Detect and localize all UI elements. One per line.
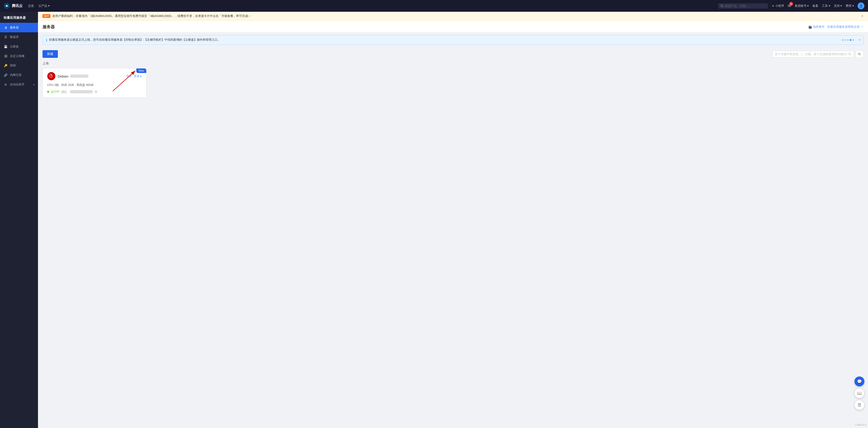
keypair-icon: 🔑	[4, 64, 8, 68]
top-nav-actions: ✦ 小程序 ✉ 1 集团账号 ▾ 备案 工具 ▾ 支持 ▾ 费用 ▾ 👤	[772, 2, 865, 9]
version-label: CVM v3.9	[855, 424, 866, 426]
region-label: 上海	[38, 61, 868, 68]
float-buttons: 💬 📖 ☰	[855, 376, 864, 410]
tools-btn[interactable]: 工具 ▾	[822, 4, 830, 8]
server-cards: New	[38, 68, 868, 102]
card-specs: CPU 2核 · 内存 2GB · 系统盘 40GB	[47, 83, 142, 87]
info-icon: ℹ	[46, 38, 47, 42]
dot-1	[842, 39, 843, 41]
page-header-actions: 🎬 场景教学 轻量应用服务器帮助文档 ↗	[808, 25, 864, 29]
mini-program-btn[interactable]: ✦ 小程序	[772, 4, 784, 8]
server-name-blurred	[70, 74, 88, 78]
support-btn[interactable]: 支持 ▾	[834, 4, 842, 8]
hot-tag: HOT	[42, 14, 51, 18]
page-header: 服务器 🎬 场景教学 轻量应用服务器帮助文档 ↗	[38, 21, 868, 33]
chat-float-btn[interactable]: 💬	[855, 376, 864, 387]
sidebar-title: 轻量应用服务器	[0, 12, 38, 23]
intranet-icon: 🔗	[4, 73, 8, 77]
login-link[interactable]: 登录	[126, 74, 132, 78]
sidebar-label-server: 服务器	[10, 26, 19, 30]
top-navigation: 腾讯云 总览 云产品 ▾ ✦ 小程序 ✉ 1 集团账号 ▾ 备案 工具 ▾ 支	[0, 0, 868, 12]
chevron-down-icon: ▾	[33, 84, 34, 86]
server-os-name: Debian	[58, 74, 68, 78]
info-bar-close[interactable]: ×	[859, 38, 861, 42]
dot-4	[850, 39, 851, 41]
sidebar-item-cloud-disk[interactable]: 💾 云硬盘	[0, 42, 38, 51]
ip-blurred	[70, 90, 93, 93]
toolbar: 新建 ↻	[38, 47, 868, 61]
search-input[interactable]	[775, 53, 847, 56]
hot-banner-close[interactable]: ×	[861, 14, 864, 18]
card-body: Debian 登录 更多 ▾ CPU 2核 · 内存 2GB · 系统盘 40G…	[43, 68, 146, 97]
ip-label: (公)	[61, 90, 66, 94]
card-header: Debian 登录 更多 ▾	[47, 72, 142, 80]
group-account-btn[interactable]: 集团账号 ▾	[795, 4, 809, 8]
main-content: HOT 老用户重磅福利：存量境内「2核4G8M1200G」通用型实例可免费升级至…	[38, 12, 868, 428]
sidebar-label-database: 数据库	[10, 35, 19, 39]
dot-5	[852, 39, 854, 41]
help-doc-link[interactable]: 轻量应用服务器帮助文档 ↗	[827, 25, 864, 29]
info-bar-text: 轻量应用服务器云硬盘正式上线，您可在轻量应用服务器【控制台界面】-【左侧导航栏】…	[49, 38, 220, 42]
search-icon	[848, 53, 851, 56]
scene-icon: 🎬	[808, 25, 812, 29]
server-card: New	[42, 68, 147, 98]
doc-float-btn[interactable]: 📖	[855, 388, 864, 398]
debian-logo	[47, 72, 55, 80]
page-title: 服务器	[42, 24, 808, 30]
avatar[interactable]: 👤	[858, 2, 864, 9]
custom-image-icon: 🖼	[4, 54, 8, 58]
search-input-wrap[interactable]	[772, 51, 854, 57]
svg-line-5	[850, 55, 851, 55]
chevron-down-icon: ▾	[140, 74, 142, 78]
sidebar-label-cloud-disk: 云硬盘	[10, 44, 19, 48]
search-icon	[720, 4, 723, 7]
refresh-button[interactable]: ↻	[856, 51, 864, 58]
sidebar: 轻量应用服务器 🖥 服务器 🗄 数据库 💾 云硬盘 🖼 自定义镜像 🔑 密钥 🔗…	[0, 12, 38, 428]
sidebar-item-intranet[interactable]: 🔗 内网互联	[0, 70, 38, 80]
backup-btn[interactable]: 备案	[812, 4, 818, 8]
card-footer: 运行中 (公) ⧉	[47, 90, 142, 94]
sidebar-item-database[interactable]: 🗄 数据库	[0, 32, 38, 42]
cost-btn[interactable]: 费用 ▾	[846, 4, 854, 8]
card-actions: 登录 更多 ▾	[126, 74, 142, 78]
dot-2	[844, 39, 846, 41]
nav-products[interactable]: 云产品 ▾	[37, 3, 52, 9]
sidebar-label-automation: 自动化助手	[10, 83, 25, 87]
top-search-input[interactable]	[725, 4, 761, 8]
sidebar-item-automation[interactable]: ⚙ 自动化助手 ▾	[0, 80, 38, 89]
database-icon: 🗄	[4, 35, 8, 39]
sidebar-item-keypair[interactable]: 🔑 密钥	[0, 61, 38, 70]
copy-icon[interactable]: ⧉	[95, 90, 97, 94]
search-area: ↻	[772, 51, 864, 58]
info-bar: ℹ 轻量应用服务器云硬盘正式上线，您可在轻量应用服务器【控制台界面】-【左侧导航…	[42, 35, 864, 45]
server-icon: 🖥	[4, 26, 8, 30]
status-text: 运行中	[51, 90, 60, 94]
nav-overview[interactable]: 总览	[26, 3, 36, 9]
cloud-disk-icon: 💾	[4, 44, 8, 48]
sidebar-label-custom-image: 自定义镜像	[10, 54, 25, 58]
top-search-box[interactable]	[718, 3, 768, 9]
automation-icon: ⚙	[4, 83, 8, 87]
top-nav-links: 总览 云产品 ▾	[26, 3, 52, 9]
new-badge: New	[136, 68, 146, 73]
svg-point-1	[6, 5, 7, 6]
menu-float-btn[interactable]: ☰	[855, 400, 864, 410]
sidebar-label-intranet: 内网互联	[10, 73, 22, 77]
status-dot	[47, 91, 49, 93]
messages-btn[interactable]: ✉ 1	[788, 3, 791, 8]
info-bar-dots	[842, 39, 854, 41]
sidebar-label-keypair: 密钥	[10, 64, 16, 68]
svg-line-3	[722, 6, 723, 7]
sidebar-item-custom-image[interactable]: 🖼 自定义镜像	[0, 51, 38, 61]
hot-banner-text: 老用户重磅福利：存量境内「2核4G8M1200G」通用型实例可免费升级至「4核4…	[52, 14, 251, 18]
sidebar-item-server[interactable]: 🖥 服务器	[0, 23, 38, 32]
dot-3	[847, 39, 849, 41]
logo[interactable]: 腾讯云	[4, 3, 23, 9]
new-server-button[interactable]: 新建	[42, 50, 58, 58]
hot-banner: HOT 老用户重磅福利：存量境内「2核4G8M1200G」通用型实例可免费升级至…	[38, 12, 868, 21]
more-btn[interactable]: 更多 ▾	[134, 74, 142, 78]
scene-teach-link[interactable]: 🎬 场景教学	[808, 25, 825, 29]
main-layout: 轻量应用服务器 🖥 服务器 🗄 数据库 💾 云硬盘 🖼 自定义镜像 🔑 密钥 🔗…	[0, 12, 868, 428]
server-name-wrap: Debian	[58, 74, 124, 78]
